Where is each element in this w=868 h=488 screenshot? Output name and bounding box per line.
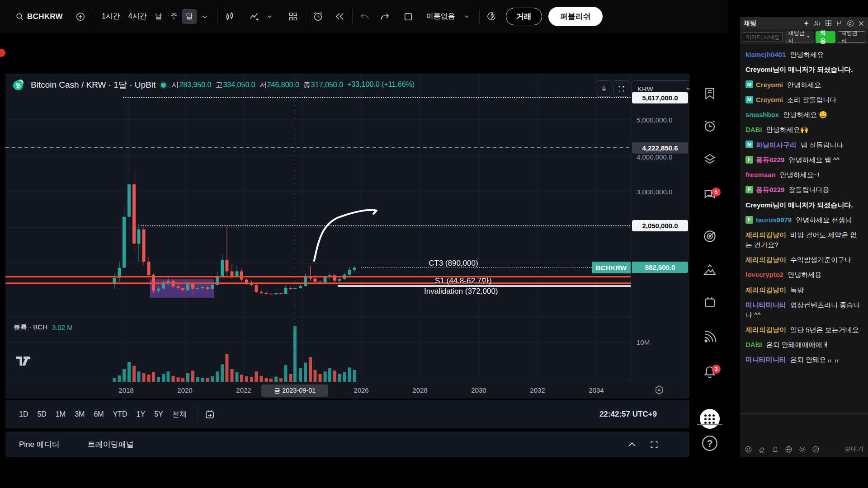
chart-legend: ₿ Bitcoin Cash / KRW · 1달 · UpBit 시283,9… — [13, 77, 415, 93]
session-clock[interactable]: 22:42:57 UTC+9 — [599, 410, 657, 419]
range-5y[interactable]: 5Y — [150, 408, 168, 421]
range-1m[interactable]: 1M — [51, 408, 70, 421]
calendar-icon[interactable] — [703, 296, 717, 309]
interval-4h[interactable]: 4시간 — [124, 9, 151, 24]
layout-name-button[interactable]: 이름없음 — [422, 9, 459, 24]
range-5d[interactable]: 5D — [33, 408, 51, 421]
layout-select-icon[interactable] — [401, 9, 416, 24]
range-all[interactable]: 전체 — [168, 407, 191, 422]
close-icon[interactable] — [858, 20, 864, 27]
range-6m[interactable]: 6M — [89, 408, 108, 421]
publish-button[interactable]: 퍼블리쉬 — [548, 7, 603, 26]
eraser-icon[interactable] — [758, 446, 766, 453]
layout-chevron-down-icon[interactable] — [459, 9, 475, 24]
top-movers-mountain-icon[interactable] — [703, 263, 717, 277]
chat-username: kiamcjh0401 — [745, 51, 786, 58]
chat-username: 미니티미니티 — [745, 301, 786, 309]
chat-message: 제리의길냥이수익발생기준이구나 — [745, 255, 863, 265]
interval-chevron-down-icon[interactable] — [197, 9, 212, 24]
chat-message: smashbox안녕하세요 😄 — [745, 110, 863, 120]
id-nickname-input[interactable] — [743, 32, 783, 42]
search-icon[interactable] — [12, 9, 27, 24]
chat-manage-button[interactable]: 채팅관리 — [838, 31, 865, 43]
flag-icon[interactable] — [836, 20, 843, 27]
range-3m[interactable]: 3M — [70, 408, 89, 421]
chat-ban-dropdown[interactable]: 채팅금지 — [785, 32, 813, 42]
watchlist-icon[interactable] — [703, 87, 717, 100]
chart-style-candles-icon[interactable] — [222, 9, 237, 24]
annotation-invalidation[interactable]: Invalidation (372,000) — [424, 287, 498, 296]
compare-add-icon[interactable] — [73, 9, 88, 24]
chat-text: Creyomi님이 매니저가 되셨습니다. — [745, 66, 853, 73]
megaphone-icon[interactable] — [847, 20, 854, 27]
chat-text: 안녕하세요 쌤 ^^ — [788, 156, 839, 164]
price-chart-canvas[interactable] — [5, 74, 631, 399]
go-to-date-icon[interactable] — [204, 409, 215, 420]
apply-button[interactable]: 적용 — [816, 31, 835, 43]
bell-icon[interactable] — [772, 446, 779, 453]
chat-badge: 5 — [712, 188, 721, 197]
maximize-pane-icon[interactable] — [613, 80, 629, 97]
object-tree-layers-icon[interactable] — [703, 152, 717, 166]
chat-text: 안녕하세요 — [787, 81, 821, 89]
role-badge: F — [745, 186, 753, 193]
send-button[interactable]: 보내기 — [844, 445, 863, 453]
chat-text: 수익발생기준이구나 — [790, 256, 851, 263]
scroll-to-recent-icon[interactable] — [596, 80, 612, 97]
indicators-chevron-down-icon[interactable] — [262, 9, 278, 24]
bar-replay-icon[interactable] — [332, 9, 348, 24]
interval-week[interactable]: 주 — [166, 9, 182, 24]
chart-panel[interactable]: ₿ Bitcoin Cash / KRW · 1달 · UpBit 시283,9… — [5, 74, 689, 399]
annotation-s1[interactable]: S1 (44.8-62.7만) — [435, 276, 492, 286]
divider — [697, 424, 722, 425]
tab-trading-panel[interactable]: 트레이딩패널 — [83, 436, 138, 453]
year-tick: 2034 — [589, 386, 604, 394]
panel-expand-icon[interactable] — [650, 440, 659, 449]
symbol-title[interactable]: Bitcoin Cash / KRW · 1달 · UpBit — [31, 79, 156, 91]
gauge-scanner-icon[interactable] — [703, 230, 717, 244]
interval-1h[interactable]: 1시간 — [98, 9, 124, 24]
divider — [217, 9, 217, 24]
alert-icon[interactable] — [311, 9, 326, 24]
chat-username: 제리의길냥이 — [745, 326, 786, 333]
confirm-check-icon[interactable] — [812, 446, 820, 453]
axis-settings-icon[interactable] — [654, 385, 665, 395]
interval-day[interactable]: 날 — [151, 9, 166, 24]
chat-messages[interactable]: kiamcjh0401안녕하세요Creyomi님이 매니저가 되셨습니다.MCr… — [740, 44, 868, 413]
viewer-list-icon[interactable] — [814, 20, 821, 27]
trade-button[interactable]: 거래 — [506, 8, 542, 25]
chat-text: 은퇴 안돼요ㅠㅠ — [790, 356, 840, 363]
chat-system-message: Creyomi님이 매니저가 되셨습니다. — [745, 200, 863, 210]
indicators-icon[interactable] — [247, 9, 262, 24]
redo-icon[interactable] — [377, 9, 392, 24]
market-status-dot-icon[interactable] — [161, 83, 166, 88]
grid-view-icon[interactable] — [825, 20, 832, 27]
undo-icon[interactable] — [357, 9, 373, 24]
emoji-icon[interactable] — [745, 446, 752, 453]
quick-action-lightning-icon[interactable] — [484, 9, 500, 24]
chat-message: 미니티미니티영상컨텐츠라니 좋습니다 ^^ — [745, 300, 863, 320]
price-axis[interactable]: 5,000,000.0 4,000,000.0 3,000,000.0 1,00… — [631, 74, 689, 382]
chat-message: 제리의길냥이비방 걸어도 제약은 없는 건가요? — [745, 230, 863, 250]
volume-label: 볼륨 · BCH — [14, 323, 47, 332]
apps-grid-icon[interactable] — [700, 409, 720, 429]
tab-pine-editor[interactable]: Pine 에디터 — [14, 436, 64, 453]
annotation-ct3[interactable]: CT3 (890,000) — [429, 259, 478, 268]
interval-month-selected[interactable]: 달 — [182, 9, 197, 24]
globe-icon[interactable] — [785, 446, 793, 453]
symbol-search-button[interactable]: BCHKRW — [27, 12, 63, 21]
chat-input-area[interactable] — [740, 413, 868, 441]
sparkle-icon[interactable] — [803, 20, 810, 27]
tradingview-logo-icon[interactable] — [16, 357, 32, 366]
streams-signal-icon[interactable] — [703, 330, 717, 344]
range-1y[interactable]: 1Y — [132, 408, 150, 421]
time-axis[interactable]: 2018 2020 2022 2026 2028 2030 2032 2034 … — [5, 382, 689, 399]
range-1d[interactable]: 1D — [14, 408, 33, 421]
settings-gear-icon[interactable] — [798, 446, 806, 453]
range-ytd[interactable]: YTD — [108, 408, 132, 421]
indicator-templates-icon[interactable] — [286, 9, 301, 24]
panel-chevron-up-icon[interactable] — [627, 440, 637, 450]
alerts-clock-icon[interactable] — [703, 119, 717, 133]
chat-title: 채팅 — [744, 19, 756, 28]
help-icon[interactable]: ? — [701, 434, 719, 452]
